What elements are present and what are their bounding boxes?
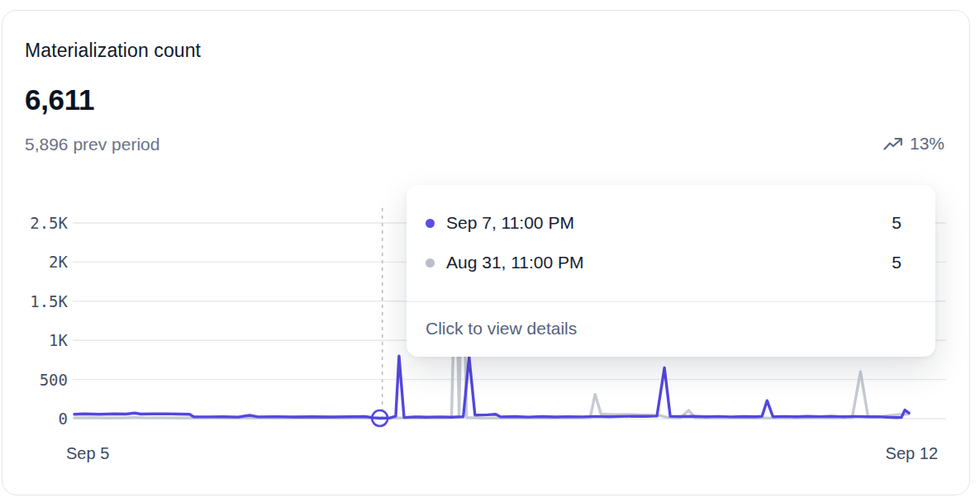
previous-series-dot-icon	[426, 258, 435, 268]
series-line-current-period	[74, 356, 909, 418]
tooltip-previous-value: 5	[892, 253, 902, 272]
trend-indicator: 13%	[883, 134, 944, 154]
prev-period-value: 5,896 prev period	[25, 134, 159, 155]
y-tick-label: 0	[15, 410, 68, 428]
tooltip-footer-link[interactable]: Click to view details	[407, 302, 935, 339]
trending-up-icon	[883, 137, 903, 151]
tooltip-current-label: Sep 7, 11:00 PM	[446, 213, 880, 233]
x-axis-label-start: Sep 5	[66, 443, 109, 464]
current-series-dot-icon	[426, 219, 435, 228]
y-tick-label: 2.5K	[15, 214, 68, 232]
tooltip-row-previous: Aug 31, 11:00 PM 5	[407, 243, 935, 282]
y-tick-label: 1K	[15, 331, 68, 349]
metric-value: 6,611	[25, 83, 94, 117]
x-axis-label-end: Sep 12	[886, 443, 938, 464]
chart-tooltip[interactable]: Sep 7, 11:00 PM 5 Aug 31, 11:00 PM 5 Cli…	[407, 185, 935, 357]
tooltip-previous-label: Aug 31, 11:00 PM	[446, 253, 880, 272]
y-tick-label: 1.5K	[15, 292, 68, 310]
y-tick-label: 500	[15, 371, 68, 389]
tooltip-current-value: 5	[892, 213, 902, 233]
tooltip-row-current: Sep 7, 11:00 PM 5	[407, 203, 935, 243]
y-tick-label: 2K	[15, 253, 68, 271]
page-title: Materialization count	[25, 38, 201, 63]
trend-percent: 13%	[910, 134, 944, 154]
